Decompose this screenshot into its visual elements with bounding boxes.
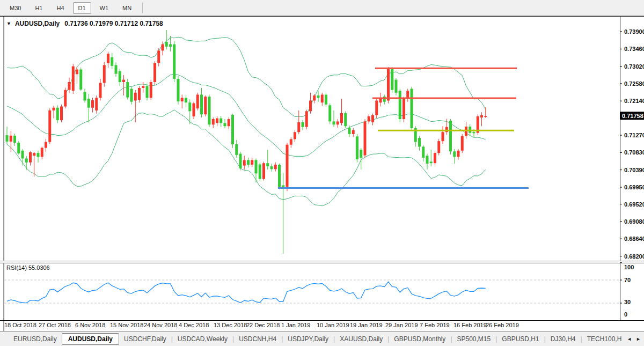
candlestick — [231, 115, 234, 144]
rsi-tick-label: 30 — [624, 299, 631, 305]
candlestick — [115, 65, 118, 73]
candlestick — [387, 69, 390, 101]
chart-tab-gbpusd-7[interactable]: GBPUSD,Monthly — [389, 334, 450, 344]
chart-tab-usdcad-3[interactable]: USDCAD,Weekly — [173, 334, 232, 344]
chart-tab-usdcnh-4[interactable]: USDCNH,H4 — [234, 334, 281, 344]
date-label: 13 Dec 2018 — [214, 322, 247, 328]
candlestick — [266, 163, 269, 166]
candlestick — [247, 160, 250, 165]
date-label: 29 Jan 2019 — [385, 322, 418, 328]
price-tick-label: 0.68200 — [624, 253, 644, 260]
candlestick — [188, 102, 191, 111]
candlestick — [208, 97, 211, 124]
tab-scroll-right-icon[interactable]: ► — [636, 336, 641, 342]
date-label: 24 Nov 2018 — [144, 322, 177, 328]
chart-tab-tech100-11[interactable]: TECH100,H — [582, 334, 627, 344]
date-label: 7 Feb 2019 — [420, 322, 450, 328]
candlestick — [352, 130, 355, 134]
candlestick — [60, 107, 63, 121]
candlestick — [317, 95, 320, 98]
timeframe-toolbar: M30H1H4D1W1MN — [0, 0, 644, 16]
rsi-current-value: 55.0306 — [28, 264, 50, 271]
candlestick — [157, 50, 160, 63]
pane-separator-handle[interactable] — [0, 261, 644, 263]
tab-scroll-left-icon[interactable]: ◄ — [627, 336, 632, 342]
candlestick — [383, 97, 386, 102]
chart-tab-dj30-10[interactable]: DJ30,H4 — [546, 334, 581, 344]
candlestick — [216, 119, 218, 123]
date-label: 6 Nov 2018 — [75, 322, 105, 328]
candlestick — [457, 151, 460, 157]
candlestick — [99, 83, 102, 98]
rsi-tick-label: 100 — [624, 264, 634, 270]
candlestick — [251, 160, 253, 165]
rsi-tick-label: 0 — [624, 311, 627, 318]
timeframe-button-W1[interactable]: W1 — [94, 2, 114, 14]
chart-tab-sp500-8[interactable]: SP500,M15 — [452, 334, 496, 344]
timeframe-button-MN[interactable]: MN — [117, 2, 137, 14]
candlestick — [181, 98, 184, 101]
date-label: 22 Dec 2018 — [246, 322, 280, 328]
candlestick — [25, 158, 28, 162]
candlestick — [336, 121, 339, 124]
candlestick — [45, 142, 47, 148]
candlestick — [290, 139, 292, 144]
candlestick — [122, 80, 125, 82]
candlestick — [402, 98, 405, 119]
candlestick — [270, 166, 273, 169]
candlestick — [95, 98, 98, 110]
candlestick — [87, 99, 90, 108]
rsi-tick-label: 70 — [624, 277, 631, 283]
date-label: 27 Oct 2018 — [39, 322, 71, 328]
candlestick — [484, 116, 487, 117]
candlestick — [364, 121, 367, 155]
chart-canvas[interactable]: 0.739000.734600.730200.725800.721400.712… — [0, 16, 644, 332]
candlestick — [348, 128, 351, 134]
candlestick — [91, 100, 94, 108]
timeframe-button-H1[interactable]: H1 — [30, 2, 48, 14]
chart-tab-usdjpy-5[interactable]: USDJPY,Daily — [283, 334, 333, 344]
candlestick — [146, 86, 149, 98]
rsi-name: RSI(14) — [6, 264, 27, 271]
price-tick-label: 0.73900 — [624, 28, 644, 35]
timeframe-button-H4[interactable]: H4 — [51, 2, 69, 14]
chart-tab-usdchf-2[interactable]: USDCHF,Daily — [119, 334, 171, 344]
candlestick — [406, 91, 409, 98]
candlestick — [193, 104, 195, 116]
candlestick — [449, 121, 452, 151]
candlestick — [297, 122, 300, 132]
candlestick — [294, 132, 296, 139]
candlestick — [153, 63, 156, 82]
toolbar-separator — [142, 3, 143, 13]
candlestick — [165, 42, 168, 47]
chart-tab-xauusd-6[interactable]: XAUUSD,Daily — [335, 334, 387, 344]
candlestick — [33, 153, 35, 156]
candlestick — [142, 86, 144, 88]
candlestick — [262, 163, 265, 179]
candlestick — [235, 144, 238, 155]
candlestick — [399, 91, 401, 119]
candlestick — [103, 65, 106, 83]
candlestick — [437, 141, 440, 153]
candlestick — [395, 80, 398, 93]
timeframe-button-M30[interactable]: M30 — [4, 2, 26, 14]
ohlc-readout: 0.71736 0.71979 0.71712 0.71758 — [64, 20, 163, 27]
candlestick — [119, 71, 121, 82]
chart-tab-gbpusd-9[interactable]: GBPUSD,H1 — [497, 334, 544, 344]
candlestick — [411, 89, 413, 128]
candlestick — [150, 82, 152, 98]
candlestick — [321, 94, 324, 102]
candlestick — [219, 119, 222, 123]
candlestick — [344, 113, 347, 126]
price-tick-label: 0.72140 — [624, 98, 644, 104]
price-tick-label: 0.72580 — [624, 80, 644, 87]
candlestick — [333, 121, 335, 124]
candlestick — [453, 151, 456, 157]
chart-tab-audusd-1[interactable]: AUDUSD,Daily — [62, 333, 119, 345]
timeframe-button-D1[interactable]: D1 — [73, 2, 91, 14]
candlestick — [130, 89, 133, 101]
chart-tab-eurusd-0[interactable]: EURUSD,Daily — [9, 334, 62, 344]
tab-scroll-controls: ◄ ► — [627, 336, 644, 342]
symbol-dropdown-icon[interactable]: ▼ — [6, 21, 11, 26]
candlestick — [13, 136, 16, 143]
